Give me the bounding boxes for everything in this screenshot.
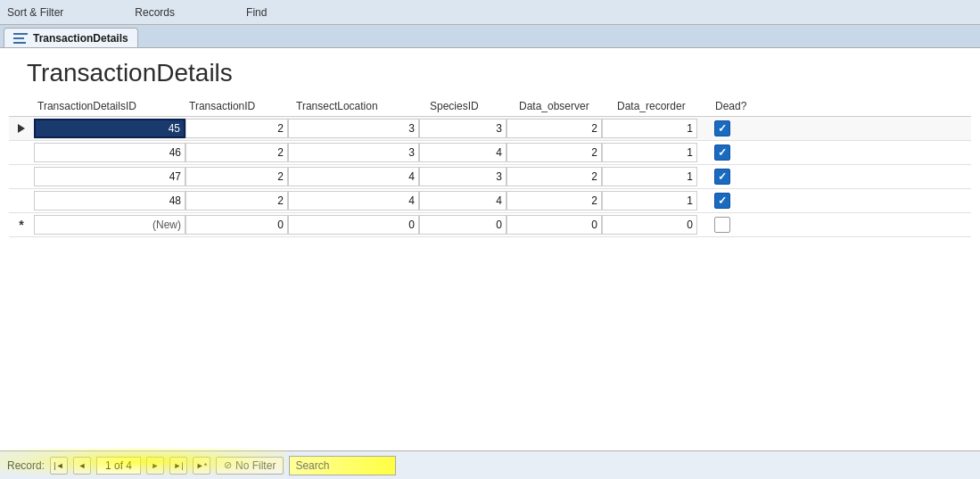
- checkbox-unchecked-new[interactable]: [714, 217, 730, 233]
- col-header-tloc: TransectLocation: [292, 100, 426, 112]
- nav-last-button[interactable]: ►|: [169, 457, 187, 475]
- table-row: [9, 141, 971, 165]
- cell-id-new[interactable]: [34, 215, 185, 235]
- col-header-drec: Data_recorder: [614, 100, 712, 112]
- table-area: TransactionDetailsID TransactionID Trans…: [0, 96, 980, 237]
- cell-tloc-3[interactable]: [288, 167, 419, 186]
- cell-id-3[interactable]: [34, 167, 185, 186]
- tab-label: TransactionDetails: [33, 32, 128, 45]
- cell-dobs-new[interactable]: [506, 215, 602, 235]
- cell-drec-4[interactable]: [602, 191, 697, 211]
- cell-dead-3[interactable]: [697, 169, 746, 185]
- table-row: [9, 165, 971, 189]
- cell-sid-3[interactable]: [419, 167, 506, 186]
- table-row: [9, 189, 971, 213]
- nav-first-button[interactable]: |◄: [50, 457, 68, 475]
- cell-dobs-1[interactable]: [506, 119, 602, 138]
- nav-next-button[interactable]: ►: [146, 457, 164, 475]
- cell-drec-3[interactable]: [602, 167, 697, 186]
- cell-tloc-2[interactable]: [288, 143, 419, 162]
- main-content: TransactionDetails TransactionDetailsID …: [0, 48, 980, 450]
- record-count-input[interactable]: [96, 457, 141, 475]
- row-indicator-4: [9, 189, 34, 212]
- cell-id-2[interactable]: [34, 143, 185, 162]
- cell-dead-1[interactable]: [697, 120, 746, 136]
- cell-dobs-2[interactable]: [506, 143, 602, 162]
- row-indicator-new: *: [9, 213, 34, 236]
- search-input[interactable]: [289, 456, 396, 475]
- cell-dead-2[interactable]: [697, 145, 746, 161]
- ribbon-sort-filter[interactable]: Sort & Filter: [7, 6, 63, 19]
- checkbox-checked-2[interactable]: [714, 145, 730, 161]
- cell-drec-1[interactable]: [602, 119, 697, 138]
- current-row-icon: [18, 124, 25, 133]
- page-title: TransactionDetails: [0, 48, 980, 96]
- cell-tid-new[interactable]: [185, 215, 288, 235]
- filter-icon: ⊘: [224, 459, 232, 471]
- table-icon: [13, 33, 28, 44]
- status-bar: Record: |◄ ◄ ► ►| ►* ⊘ No Filter: [0, 450, 980, 479]
- cell-tloc-1[interactable]: [288, 119, 419, 138]
- cell-dead-new[interactable]: [697, 217, 746, 233]
- row-indicator-3: [9, 165, 34, 188]
- cell-sid-1[interactable]: [419, 119, 506, 138]
- record-label: Record:: [7, 459, 45, 472]
- ribbon-find[interactable]: Find: [246, 6, 267, 19]
- table-row: [9, 117, 971, 141]
- cell-tid-3[interactable]: [185, 167, 288, 186]
- cell-dobs-3[interactable]: [506, 167, 602, 186]
- col-header-tid: TransactionID: [185, 100, 292, 112]
- checkbox-checked-4[interactable]: [714, 193, 730, 209]
- cell-drec-new[interactable]: [602, 215, 697, 235]
- cell-tloc-new[interactable]: [288, 215, 419, 235]
- col-header-dead: Dead?: [712, 100, 765, 112]
- tab-bar: TransactionDetails: [0, 25, 980, 48]
- cell-dead-4[interactable]: [697, 193, 746, 209]
- cell-tloc-4[interactable]: [288, 191, 419, 211]
- col-header-id: TransactionDetailsID: [34, 100, 185, 112]
- filter-label: No Filter: [235, 459, 276, 472]
- new-row-icon: *: [19, 218, 23, 232]
- data-rows: *: [9, 117, 971, 237]
- cell-tid-1[interactable]: [185, 119, 288, 138]
- cell-dobs-4[interactable]: [506, 191, 602, 211]
- cell-tid-4[interactable]: [185, 191, 288, 211]
- cell-sid-4[interactable]: [419, 191, 506, 211]
- nav-prev-button[interactable]: ◄: [73, 457, 91, 475]
- col-header-sid: SpeciesID: [426, 100, 515, 112]
- ribbon-bar: Sort & Filter Records Find: [0, 0, 980, 25]
- cell-sid-new[interactable]: [419, 215, 506, 235]
- cell-tid-2[interactable]: [185, 143, 288, 162]
- checkbox-checked-1[interactable]: [714, 120, 730, 136]
- cell-id-4[interactable]: [34, 191, 185, 211]
- checkbox-checked-3[interactable]: [714, 169, 730, 185]
- col-header-dobs: Data_observer: [515, 100, 614, 112]
- tab-transaction-details[interactable]: TransactionDetails: [4, 28, 138, 47]
- cell-drec-2[interactable]: [602, 143, 697, 162]
- no-filter-button[interactable]: ⊘ No Filter: [216, 457, 284, 475]
- cell-id-1[interactable]: [34, 119, 185, 138]
- row-indicator-1: [9, 117, 34, 140]
- column-headers: TransactionDetailsID TransactionID Trans…: [9, 96, 971, 117]
- table-row-new: *: [9, 213, 971, 237]
- row-indicator-2: [9, 141, 34, 164]
- ribbon-records[interactable]: Records: [135, 6, 175, 19]
- nav-new-button[interactable]: ►*: [193, 457, 210, 475]
- cell-sid-2[interactable]: [419, 143, 506, 162]
